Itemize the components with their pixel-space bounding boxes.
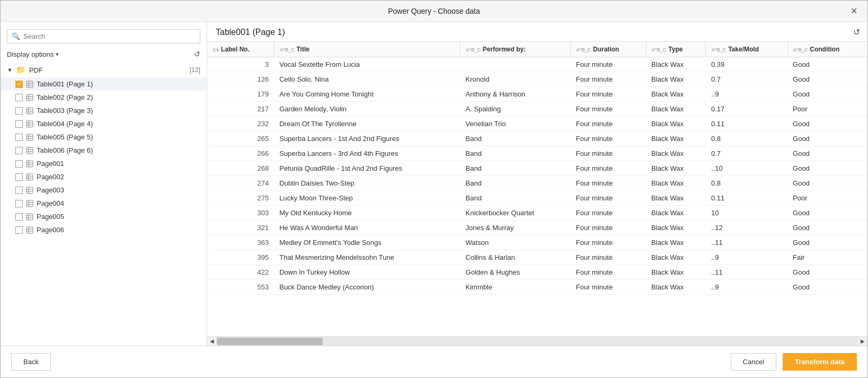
- refresh-table-icon[interactable]: ↺: [853, 27, 860, 37]
- horizontal-scrollbar[interactable]: ◀ ▶: [207, 336, 867, 346]
- cell-8-6: Good: [787, 176, 867, 191]
- back-button[interactable]: Back: [11, 353, 51, 371]
- display-options-button[interactable]: Display options ▾: [7, 50, 59, 58]
- item-label-6: Page001: [37, 160, 64, 168]
- cell-3-3: Four minute: [571, 102, 646, 117]
- cell-14-3: Four minute: [571, 265, 646, 280]
- folder-pdf[interactable]: ▼ 📁 PDF [12]: [1, 63, 207, 77]
- tree-item-2[interactable]: Table003 (Page 3): [1, 104, 207, 117]
- table-row-7: 268Petunia QuadRille - 1st And 2nd Figur…: [207, 161, 867, 176]
- cell-0-4: Black Wax: [646, 57, 706, 72]
- table-icon-9: [26, 200, 33, 207]
- cell-2-4: Black Wax: [646, 87, 706, 102]
- cell-5-0: 265: [207, 131, 274, 146]
- table-body: 3Vocal Sextette From LuciaFour minuteBla…: [207, 57, 867, 295]
- tree-item-1[interactable]: Table002 (Page 2): [1, 91, 207, 104]
- cell-13-6: Fair: [787, 250, 867, 265]
- cell-10-5: 10: [706, 206, 787, 221]
- table-icon-5: [26, 147, 33, 154]
- tree-item-7[interactable]: Page002: [1, 170, 207, 183]
- cell-11-5: ..12: [706, 221, 787, 235]
- table-row-11: 321He Was A Wonderful ManJones & MurrayF…: [207, 221, 867, 235]
- svg-rect-44: [26, 227, 33, 233]
- cell-11-6: Good: [787, 221, 867, 235]
- cell-4-2: Venetian Trio: [460, 117, 571, 131]
- tree-item-9[interactable]: Page004: [1, 197, 207, 210]
- table-icon-7: [26, 173, 33, 181]
- folder-icon: 📁: [16, 65, 26, 75]
- tree-item-3[interactable]: Table004 (Page 4): [1, 117, 207, 130]
- cell-5-3: Four minute: [571, 131, 646, 146]
- cell-13-5: ..9: [706, 250, 787, 265]
- checkbox-4[interactable]: [15, 134, 23, 141]
- scroll-thumb[interactable]: [217, 338, 323, 345]
- cell-5-4: Black Wax: [646, 131, 706, 146]
- checkbox-8[interactable]: [15, 187, 23, 194]
- col-header-2: A^B_CPerformed by:: [460, 42, 571, 57]
- cell-9-0: 275: [207, 191, 274, 206]
- cell-4-6: Good: [787, 117, 867, 131]
- scroll-right-button[interactable]: ▶: [858, 337, 867, 346]
- cell-3-1: Garden Melody, Violin: [274, 102, 460, 117]
- item-label-4: Table005 (Page 5): [37, 133, 93, 141]
- search-input[interactable]: [23, 32, 196, 40]
- tree-item-10[interactable]: Page005: [1, 210, 207, 223]
- cell-12-1: Medley Of Emmett's Yodle Songs: [274, 235, 460, 250]
- table-row-0: 3Vocal Sextette From LuciaFour minuteBla…: [207, 57, 867, 72]
- table-row-10: 303My Old Kentucky HomeKnickerbocker Qua…: [207, 206, 867, 221]
- search-box: 🔍: [7, 29, 200, 43]
- item-label-10: Page005: [37, 213, 64, 221]
- tree-item-8[interactable]: Page003: [1, 183, 207, 197]
- cell-14-5: ..11: [706, 265, 787, 280]
- display-options-row: Display options ▾ ↺: [1, 48, 207, 63]
- cell-9-3: Four minute: [571, 191, 646, 206]
- checkbox-5[interactable]: [15, 147, 23, 154]
- cell-2-6: Good: [787, 87, 867, 102]
- checkbox-9[interactable]: [15, 200, 23, 207]
- col-type-icon-3: A^B_C: [576, 47, 591, 52]
- cell-7-1: Petunia QuadRille - 1st And 2nd Figures: [274, 161, 460, 176]
- tree-item-4[interactable]: Table005 (Page 5): [1, 130, 207, 144]
- tree-item-11[interactable]: Page006: [1, 223, 207, 236]
- cell-1-0: 126: [207, 72, 274, 87]
- expand-icon: ▼: [7, 67, 13, 73]
- cell-8-1: Dublin Daisies Two-Step: [274, 176, 460, 191]
- cell-1-4: Black Wax: [646, 72, 706, 87]
- table-row-13: 395That Mesmerizing Mendelssohn TuneColl…: [207, 250, 867, 265]
- cell-2-3: Four minute: [571, 87, 646, 102]
- col-header-1: A^B_CTitle: [274, 42, 460, 57]
- svg-rect-36: [26, 200, 33, 207]
- cell-15-1: Buck Dance Medley (Accorion): [274, 280, 460, 295]
- cell-7-3: Four minute: [571, 161, 646, 176]
- checkbox-10[interactable]: [15, 213, 23, 221]
- tree-item-0[interactable]: Table001 (Page 1): [1, 77, 207, 91]
- checkbox-3[interactable]: [15, 120, 23, 128]
- transform-button[interactable]: Transform data: [783, 353, 857, 371]
- col-header-3: A^B_CDuration: [571, 42, 646, 57]
- data-table-wrapper[interactable]: 1²₃Label No.A^B_CTitleA^B_CPerformed by:…: [207, 41, 867, 336]
- col-type-icon-4: A^B_C: [652, 47, 667, 52]
- cell-13-0: 395: [207, 250, 274, 265]
- col-header-5: A^B_CTake/Mold: [706, 42, 787, 57]
- cell-11-4: Black Wax: [646, 221, 706, 235]
- cell-10-6: Good: [787, 206, 867, 221]
- checkbox-6[interactable]: [15, 160, 23, 168]
- checkbox-7[interactable]: [15, 173, 23, 181]
- checkbox-0[interactable]: [15, 81, 23, 88]
- checkbox-11[interactable]: [15, 226, 23, 234]
- checkbox-2[interactable]: [15, 107, 23, 115]
- cell-3-2: A. Spalding: [460, 102, 571, 117]
- scroll-track[interactable]: [217, 337, 858, 346]
- close-button[interactable]: ✕: [846, 4, 861, 19]
- tree-item-5[interactable]: Table006 (Page 6): [1, 144, 207, 157]
- table-row-12: 363Medley Of Emmett's Yodle SongsWatsonF…: [207, 235, 867, 250]
- cell-10-3: Four minute: [571, 206, 646, 221]
- refresh-icon[interactable]: ↺: [194, 50, 200, 58]
- cell-8-2: Band: [460, 176, 571, 191]
- cancel-button[interactable]: Cancel: [731, 353, 776, 371]
- tree-item-6[interactable]: Page001: [1, 157, 207, 170]
- cell-15-6: Good: [787, 280, 867, 295]
- scroll-left-button[interactable]: ◀: [207, 337, 217, 346]
- cell-4-3: Four minute: [571, 117, 646, 131]
- checkbox-1[interactable]: [15, 94, 23, 101]
